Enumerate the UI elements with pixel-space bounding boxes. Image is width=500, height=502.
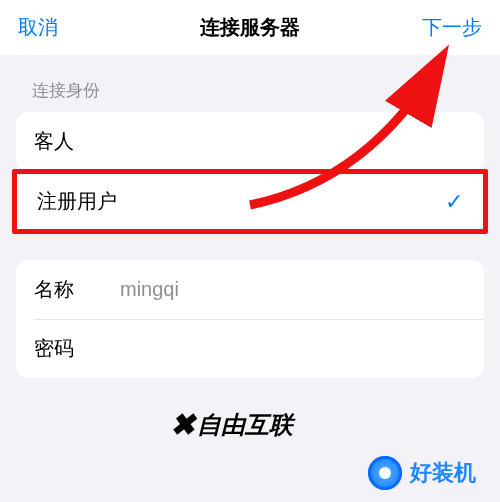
identity-option-guest[interactable]: 客人 <box>16 112 484 171</box>
watermark-haozhuangji: 好装机 <box>368 456 476 490</box>
name-value: mingqi <box>120 278 179 301</box>
page-title: 连接服务器 <box>200 14 300 41</box>
identity-option-registered-label: 注册用户 <box>37 188 117 215</box>
highlight-annotation: 注册用户 ✓ <box>12 169 488 234</box>
identity-option-guest-label: 客人 <box>34 128 74 155</box>
credentials-group: 名称 mingqi 密码 <box>16 260 484 378</box>
next-button[interactable]: 下一步 <box>422 14 482 41</box>
password-field-row[interactable]: 密码 <box>16 319 484 378</box>
name-field-row[interactable]: 名称 mingqi <box>16 260 484 319</box>
x-icon: ✖ <box>170 407 193 442</box>
cancel-button[interactable]: 取消 <box>18 14 58 41</box>
watermark-ziyouhulian-text: 自由互联 <box>197 409 293 441</box>
watermark-haozhuangji-text: 好装机 <box>410 458 476 488</box>
password-label: 密码 <box>34 335 104 362</box>
name-label: 名称 <box>34 276 104 303</box>
identity-section-label: 连接身份 <box>0 55 500 112</box>
identity-group: 客人 <box>16 112 484 171</box>
identity-option-registered[interactable]: 注册用户 ✓ <box>17 174 483 229</box>
checkmark-icon: ✓ <box>445 189 463 215</box>
target-icon <box>368 456 402 490</box>
watermark-ziyouhulian: ✖ 自由互联 <box>170 407 293 442</box>
